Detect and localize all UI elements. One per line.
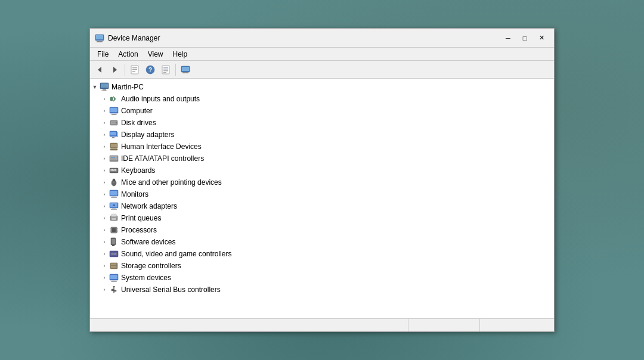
- list-item-storage[interactable]: › Storage controllers: [90, 260, 554, 272]
- list-item-audio[interactable]: › Audio inputs and outputs: [90, 93, 554, 105]
- svg-rect-8: [132, 71, 135, 72]
- svg-rect-67: [111, 216, 117, 218]
- system-chevron[interactable]: ›: [100, 273, 109, 283]
- menu-view[interactable]: View: [143, 49, 168, 60]
- root-chevron[interactable]: ▼: [90, 82, 100, 92]
- hid-chevron[interactable]: ›: [100, 142, 109, 151]
- update-driver-button[interactable]: [159, 63, 173, 77]
- window-icon: [95, 33, 104, 43]
- software-chevron[interactable]: ›: [100, 237, 109, 247]
- menu-bar: File Action View Help: [90, 48, 554, 61]
- list-item-hid[interactable]: › Human Interface Devices: [90, 141, 554, 153]
- title-bar-left: Device Manager: [95, 33, 160, 43]
- properties-button[interactable]: [128, 63, 142, 77]
- svg-marker-3: [98, 67, 101, 73]
- toolbar-separator-2: [175, 64, 176, 76]
- back-button[interactable]: [92, 63, 107, 77]
- usb-chevron[interactable]: ›: [100, 285, 109, 294]
- svg-rect-68: [112, 218, 116, 219]
- audio-chevron[interactable]: ›: [100, 94, 109, 104]
- status-segment-2: [408, 319, 480, 331]
- list-item-computer[interactable]: › Computer: [90, 105, 554, 117]
- list-item-software[interactable]: › Software devices: [90, 236, 554, 248]
- list-item-disk[interactable]: › Disk drives: [90, 117, 554, 129]
- svg-rect-92: [110, 275, 117, 279]
- computer-chevron[interactable]: ›: [100, 106, 109, 116]
- svg-rect-38: [111, 144, 117, 147]
- ide-label: IDE ATA/ATAPI controllers: [121, 154, 204, 163]
- tree-root[interactable]: ▼ Martin-PC: [90, 81, 554, 93]
- monitors-icon: [109, 190, 119, 199]
- monitors-label: Monitors: [121, 190, 148, 198]
- sound-chevron[interactable]: ›: [100, 249, 109, 259]
- ide-chevron[interactable]: ›: [100, 154, 109, 163]
- display-label: Display adapters: [121, 131, 174, 139]
- svg-rect-70: [112, 214, 116, 216]
- svg-rect-65: [113, 204, 115, 206]
- disk-icon: [109, 118, 119, 128]
- list-item-usb[interactable]: › Universal Serial Bus controllers: [90, 284, 554, 296]
- disk-chevron[interactable]: ›: [100, 118, 109, 128]
- minimize-button[interactable]: ─: [500, 32, 516, 44]
- list-item-processors[interactable]: › Processors: [90, 224, 554, 236]
- title-bar: Device Manager ─ □ ✕: [90, 29, 554, 48]
- forward-button[interactable]: [108, 63, 122, 77]
- svg-rect-69: [112, 219, 116, 220]
- list-item-display[interactable]: › Display adapters: [90, 129, 554, 141]
- toolbar: ?: [90, 61, 554, 79]
- svg-rect-7: [132, 69, 137, 70]
- hid-icon: [109, 142, 119, 151]
- svg-rect-47: [111, 169, 112, 170]
- audio-icon: [109, 94, 119, 104]
- show-devices-button[interactable]: [178, 63, 193, 77]
- svg-rect-31: [112, 122, 115, 123]
- list-item-mice[interactable]: › Mice and other pointing devices: [90, 176, 554, 188]
- maximize-button[interactable]: □: [517, 32, 532, 44]
- svg-rect-94: [111, 281, 117, 282]
- svg-rect-85: [113, 253, 115, 255]
- toolbar-separator-1: [125, 64, 125, 76]
- status-segment-1: [92, 319, 408, 331]
- svg-rect-98: [114, 290, 116, 291]
- list-item-system[interactable]: › System devices: [90, 272, 554, 284]
- menu-action[interactable]: Action: [113, 49, 143, 60]
- network-chevron[interactable]: ›: [100, 201, 109, 211]
- svg-rect-20: [101, 83, 108, 88]
- processors-chevron[interactable]: ›: [100, 225, 109, 235]
- display-chevron[interactable]: ›: [100, 130, 109, 139]
- svg-rect-53: [115, 170, 116, 172]
- menu-file[interactable]: File: [92, 49, 113, 60]
- menu-help[interactable]: Help: [168, 49, 193, 60]
- mice-chevron[interactable]: ›: [100, 178, 109, 187]
- device-tree[interactable]: ▼ Martin-PC › Audio input: [90, 79, 554, 318]
- svg-rect-2: [96, 35, 103, 39]
- svg-rect-27: [111, 114, 117, 115]
- svg-rect-25: [110, 108, 117, 112]
- disk-label: Disk drives: [121, 119, 156, 127]
- list-item-print[interactable]: › Print queues: [90, 212, 554, 224]
- print-chevron[interactable]: ›: [100, 213, 109, 223]
- svg-rect-1: [97, 41, 103, 42]
- storage-label: Storage controllers: [121, 262, 181, 270]
- mice-label: Mice and other pointing devices: [121, 178, 222, 187]
- hid-label: Human Interface Devices: [121, 142, 202, 151]
- list-item-sound[interactable]: › Sound, video and game controllers: [90, 248, 554, 260]
- processors-icon: [109, 225, 119, 235]
- svg-rect-80: [112, 239, 115, 244]
- svg-rect-22: [101, 91, 107, 91]
- ide-icon: [109, 154, 119, 163]
- svg-marker-4: [113, 67, 117, 73]
- monitors-chevron[interactable]: ›: [100, 190, 109, 199]
- svg-point-30: [116, 122, 117, 124]
- storage-chevron[interactable]: ›: [100, 261, 109, 271]
- close-button[interactable]: ✕: [534, 32, 549, 44]
- keyboards-chevron[interactable]: ›: [100, 166, 109, 175]
- list-item-ide[interactable]: › IDE ATA/ATAPI controllers: [90, 153, 554, 165]
- svg-rect-15: [163, 72, 166, 73]
- list-item-keyboards[interactable]: › Keyboards: [90, 165, 554, 176]
- help-button[interactable]: ?: [143, 63, 157, 77]
- svg-rect-35: [111, 138, 116, 138]
- list-item-monitors[interactable]: › Monitors: [90, 188, 554, 200]
- list-item-network[interactable]: › Network adapters: [90, 200, 554, 212]
- computer-icon: [109, 106, 119, 116]
